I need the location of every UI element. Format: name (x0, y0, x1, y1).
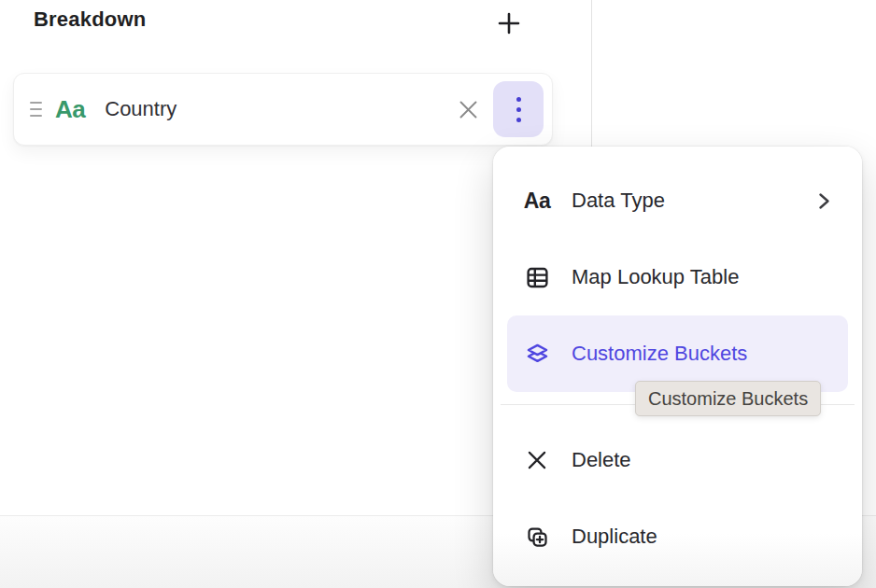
copy-plus-icon (523, 525, 551, 550)
menu-item-data-type[interactable]: Aa Data Type (507, 162, 848, 239)
field-options-menu: Aa Data Type Map Lookup Table (493, 147, 862, 586)
menu-item-label: Duplicate (572, 525, 657, 549)
page-title: Breakdown (34, 7, 146, 32)
panel-header: Breakdown (34, 7, 540, 32)
breakdown-panel: Breakdown Aa Country (0, 0, 876, 588)
add-breakdown-button[interactable] (493, 7, 525, 39)
menu-item-delete[interactable]: Delete (507, 422, 848, 498)
text-type-icon: Aa (523, 189, 551, 214)
table-icon (523, 265, 551, 290)
menu-item-label: Data Type (572, 189, 665, 213)
panel-vertical-divider (591, 0, 592, 147)
menu-item-map-lookup-table[interactable]: Map Lookup Table (507, 239, 848, 315)
text-type-icon: Aa (55, 95, 85, 124)
plus-icon (496, 10, 522, 36)
field-name: Country (105, 97, 177, 121)
layers-stack-icon (523, 342, 551, 367)
x-icon (457, 98, 480, 121)
kebab-vertical-icon (516, 97, 521, 122)
menu-item-duplicate[interactable]: Duplicate (507, 498, 848, 575)
drag-handle-icon[interactable] (30, 102, 42, 117)
x-icon (523, 448, 551, 472)
menu-item-label: Delete (572, 448, 631, 472)
remove-field-button[interactable] (455, 96, 481, 122)
menu-item-label: Customize Buckets (572, 342, 747, 366)
customize-buckets-tooltip: Customize Buckets (635, 381, 821, 416)
field-options-button[interactable] (493, 81, 544, 137)
chevron-right-icon (818, 192, 830, 210)
tooltip-text: Customize Buckets (648, 388, 808, 410)
breakdown-field-card[interactable]: Aa Country (13, 73, 553, 146)
menu-item-label: Map Lookup Table (572, 265, 739, 289)
